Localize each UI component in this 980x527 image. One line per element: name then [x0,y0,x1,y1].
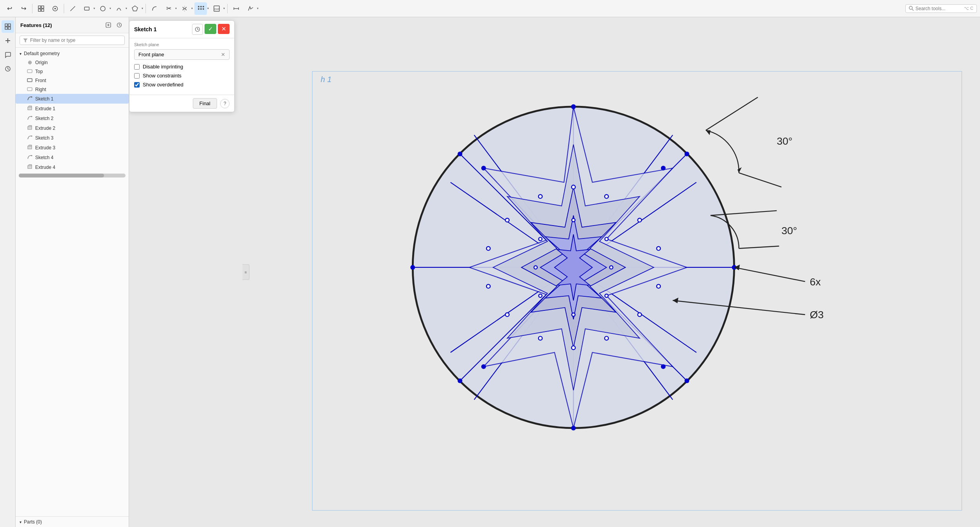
svg-marker-60 [555,234,592,300]
import-arrow[interactable]: ▾ [223,7,225,10]
svg-rect-27 [8,27,11,29]
svg-point-88 [572,313,575,316]
svg-point-16 [203,8,204,10]
sketch-plane-clear-button[interactable]: ✕ [221,52,225,57]
show-overdefined-label: Show overdefined [143,82,183,88]
undo-button[interactable]: ↩ [3,2,16,15]
tree-item-extrude1[interactable]: Extrude 1 [16,104,129,113]
add-panel-button[interactable] [2,34,14,47]
front-plane-icon [27,77,33,83]
import-tool-group: DXF ▾ [210,2,225,15]
polygon-arrow[interactable]: ▾ [142,7,143,10]
tree-item-extrude3[interactable]: Extrude 3 [16,143,129,152]
rect-arrow[interactable]: ▾ [93,7,95,10]
show-overdefined-checkbox[interactable] [134,82,140,88]
rect-button[interactable] [81,2,93,15]
search-tools-bar: ⌥ C [905,4,977,13]
add-feature-button[interactable] [104,20,113,30]
polygon-button[interactable] [129,2,141,15]
arc-arrow[interactable]: ▾ [126,7,127,10]
disable-imprinting-checkbox[interactable] [134,64,140,70]
show-overdefined-option[interactable]: Show overdefined [134,82,230,88]
sketch-clock-button[interactable] [192,24,203,35]
tree-item-front[interactable]: Front [16,76,129,85]
sketch-panel: Sketch 1 ✓ ✕ Sketch plane Front plane ✕ [129,20,235,112]
svg-marker-107 [673,298,678,303]
import-button[interactable]: DXF [210,2,223,15]
svg-point-63 [410,265,415,270]
tree-item-sketch3[interactable]: Sketch 3 [16,133,129,143]
trim-button[interactable]: ✂ [162,2,175,15]
sketch3-icon [27,134,33,141]
tree-item-sketch2[interactable]: Sketch 2 [16,113,129,123]
redo-button[interactable]: ↪ [17,2,30,15]
tree-item-extrude2[interactable]: Extrude 2 [16,123,129,133]
svg-point-91 [539,294,542,297]
svg-point-89 [539,237,542,240]
pattern-button[interactable] [194,2,207,15]
scrollbar-thumb[interactable] [19,174,104,177]
disable-imprinting-option[interactable]: Disable imprinting [134,64,230,70]
search-icon [909,6,914,11]
features-sidebar: Features (12) ▾ Default geometry [16,17,129,527]
svg-point-22 [909,6,912,9]
svg-line-53 [474,135,673,400]
comments-button[interactable] [2,48,14,61]
sidebar-clock-button[interactable] [115,20,124,30]
trim-arrow[interactable]: ▾ [175,7,177,10]
fillet-button[interactable] [148,2,161,15]
render-button[interactable] [49,2,61,15]
search-input[interactable] [915,6,962,11]
svg-line-54 [451,182,696,352]
svg-text:DXF: DXF [214,8,220,11]
tree-item-origin-label: Origin [35,60,48,65]
pattern-arrow[interactable]: ▾ [207,7,209,10]
show-constraints-option[interactable]: Show constraints [134,73,230,79]
tree-item-sketch4[interactable]: Sketch 4 [16,152,129,162]
svg-rect-45 [28,166,32,168]
sketch-cancel-button[interactable]: ✕ [218,24,230,34]
features-panel-button[interactable] [2,20,14,33]
arrow-tool-arrow[interactable]: ▾ [257,7,258,10]
parts-section-header[interactable]: ▾ Parts (0) [16,516,129,527]
final-button[interactable]: Final [193,98,217,109]
sep3 [145,4,146,13]
show-constraints-checkbox[interactable] [134,73,140,79]
svg-marker-104 [734,265,740,271]
svg-text:30°: 30° [781,225,797,237]
svg-point-69 [481,166,486,170]
filter-input[interactable] [30,38,121,43]
tree-item-right[interactable]: Right [16,85,129,94]
svg-point-70 [661,166,666,170]
arc-button[interactable] [113,2,125,15]
svg-line-100 [711,211,777,215]
tree-item-sketch1[interactable]: Sketch 1 [16,94,129,104]
sketch-ok-button[interactable]: ✓ [205,24,216,34]
measure-button[interactable] [230,2,242,15]
tree-item-extrude4[interactable]: Extrude 4 [16,162,129,172]
svg-point-68 [684,378,689,383]
line-button[interactable] [66,2,79,15]
tree-item-top[interactable]: Top [16,67,129,76]
mirror-button[interactable] [178,2,191,15]
tree-item-extrude1-label: Extrude 1 [35,106,55,111]
help-button[interactable]: ? [220,99,230,108]
top-plane-icon [27,68,33,74]
origin-icon: ⊕ [27,59,33,65]
scrollbar-track[interactable] [19,174,126,177]
mirror-arrow[interactable]: ▾ [191,7,193,10]
polygon-tool-group: ▾ [129,2,143,15]
svg-point-85 [486,284,490,288]
default-geometry-section[interactable]: ▾ Default geometry [16,49,129,58]
history-button[interactable] [2,63,14,75]
circle-arrow[interactable]: ▾ [109,7,111,10]
collapse-sidebar-button[interactable]: ≡ [242,264,249,280]
tree-item-origin[interactable]: ⊕ Origin [16,58,129,67]
svg-line-51 [460,154,687,381]
arrow-button[interactable] [244,2,257,15]
svg-point-15 [203,6,204,7]
circle-button[interactable] [97,2,109,15]
svg-rect-24 [5,24,7,26]
sketch-manager-button[interactable] [35,2,47,15]
sketch-panel-body: Sketch plane Front plane ✕ Disable impri… [129,38,234,95]
